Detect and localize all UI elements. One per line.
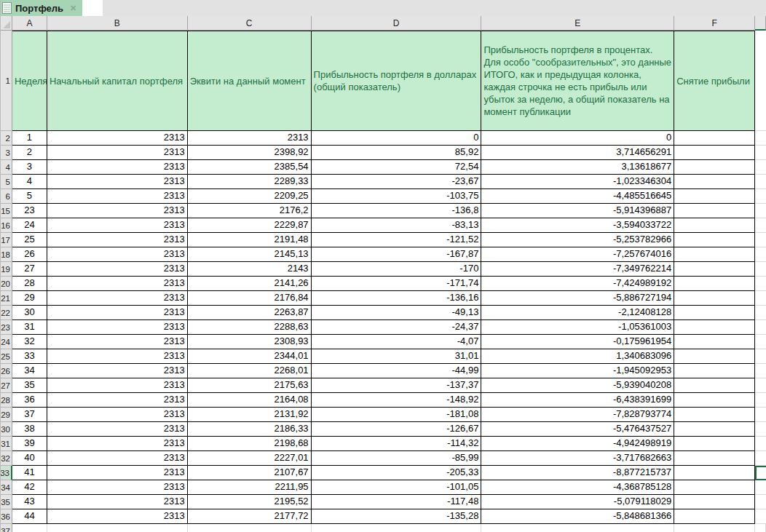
cell-d[interactable]: -101,05 (312, 480, 482, 495)
row-header-37[interactable]: 37 (1, 524, 12, 532)
cell-c[interactable]: 2209,25 (188, 189, 312, 204)
cell-b[interactable]: 2313 (47, 262, 188, 277)
cell-b[interactable]: 2313 (47, 495, 188, 509)
cell-c[interactable]: 2263,87 (188, 306, 312, 320)
cell-week[interactable]: 29 (12, 291, 47, 306)
cell-g[interactable] (755, 509, 766, 524)
cell-e[interactable]: -3,594033722 (481, 218, 674, 233)
cell-g[interactable] (755, 247, 766, 262)
cell-g[interactable] (755, 349, 766, 364)
cell-b[interactable]: 2313 (47, 422, 188, 437)
cell-d[interactable]: -136,8 (312, 204, 482, 218)
cell-c[interactable]: 2398,92 (188, 146, 312, 160)
cell-b[interactable]: 2313 (47, 247, 188, 262)
cell-c[interactable]: 2227,01 (188, 451, 312, 466)
column-header-C[interactable]: C (188, 16, 312, 31)
cell-g[interactable] (755, 291, 766, 306)
cell-week[interactable]: 36 (12, 393, 47, 408)
cell-e[interactable]: -7,424989192 (481, 277, 674, 291)
cell-g[interactable] (755, 422, 766, 437)
cell-g[interactable] (755, 364, 766, 378)
cell-e[interactable]: -7,257674016 (481, 247, 674, 262)
cell-week[interactable]: 24 (12, 218, 47, 233)
cell-f[interactable] (674, 509, 755, 524)
cell-c[interactable]: 2141,26 (188, 277, 312, 291)
cell-d[interactable]: -170 (312, 262, 482, 277)
cell-b[interactable]: 2313 (47, 146, 188, 160)
cell-c[interactable]: 2229,87 (188, 218, 312, 233)
cell-d[interactable]: -171,74 (312, 277, 482, 291)
cell-e[interactable]: -5,939040208 (481, 378, 674, 393)
cell-e[interactable]: -5,079118029 (481, 495, 674, 509)
cell-f[interactable] (674, 495, 755, 509)
header-profit-withdrawal[interactable]: Снятие прибыли (674, 31, 755, 131)
row-header-16[interactable]: 16 (1, 218, 12, 233)
cell-e[interactable]: -4,368785128 (481, 480, 674, 495)
cell-week[interactable]: 35 (12, 378, 47, 393)
row-header-23[interactable]: 23 (1, 320, 12, 335)
cell-b[interactable]: 2313 (47, 204, 188, 218)
cell-d[interactable]: -83,13 (312, 218, 482, 233)
cell-d[interactable]: -121,52 (312, 233, 482, 247)
sheet-tab-portfolio[interactable]: Портфель ✕ (1, 0, 82, 16)
cell-f[interactable] (674, 335, 755, 349)
cell-c[interactable]: 2107,67 (188, 466, 312, 480)
cell-d[interactable]: -103,75 (312, 189, 482, 204)
row-header-29[interactable]: 29 (1, 408, 12, 422)
cell-c[interactable]: 2308,93 (188, 335, 312, 349)
cell-week[interactable]: 32 (12, 335, 47, 349)
column-header-B[interactable]: B (47, 16, 188, 31)
cell-e[interactable]: -5,476437527 (481, 422, 674, 437)
cell-d[interactable]: -24,37 (312, 320, 482, 335)
cell-f[interactable] (674, 364, 755, 378)
cell-g[interactable] (755, 189, 766, 204)
select-all-corner[interactable] (1, 16, 12, 31)
cell-g[interactable] (755, 233, 766, 247)
cell-d[interactable]: -44,99 (312, 364, 482, 378)
cell-e[interactable]: 3,13618677 (481, 160, 674, 175)
cell-c[interactable]: 2143 (188, 262, 312, 277)
cell-g[interactable] (755, 393, 766, 408)
cell-b[interactable]: 2313 (47, 393, 188, 408)
cell-b[interactable]: 2313 (47, 175, 188, 189)
cell-week[interactable]: 30 (12, 306, 47, 320)
row-header-21[interactable]: 21 (1, 291, 12, 306)
cell-week[interactable]: 27 (12, 262, 47, 277)
row-header-32[interactable]: 32 (1, 451, 12, 466)
cell-f[interactable] (674, 277, 755, 291)
cell-d[interactable]: 85,92 (312, 146, 482, 160)
cell-c[interactable]: 2164,08 (188, 393, 312, 408)
cell-c[interactable]: 2268,01 (188, 364, 312, 378)
cell-f[interactable] (674, 306, 755, 320)
row-header-2[interactable]: 2 (1, 131, 12, 146)
cell-week[interactable]: 26 (12, 247, 47, 262)
header-equity[interactable]: Эквити на данный момент (188, 31, 312, 131)
cell-b[interactable]: 2313 (47, 509, 188, 524)
cell-c[interactable]: 2191,48 (188, 233, 312, 247)
row-header-4[interactable]: 4 (1, 160, 12, 175)
row-header-5[interactable]: 5 (1, 175, 12, 189)
cell-b[interactable]: 2313 (47, 437, 188, 451)
cell-f[interactable] (674, 247, 755, 262)
cell-f[interactable] (674, 349, 755, 364)
cell-g[interactable] (755, 218, 766, 233)
cell-c[interactable]: 2176,84 (188, 291, 312, 306)
row-header-6[interactable]: 6 (1, 189, 12, 204)
cell-week[interactable]: 44 (12, 509, 47, 524)
cell-e[interactable] (481, 524, 674, 532)
cell-d[interactable]: -137,37 (312, 378, 482, 393)
cell-f[interactable] (674, 408, 755, 422)
row-header-3[interactable]: 3 (1, 146, 12, 160)
cell-e[interactable]: -5,253782966 (481, 233, 674, 247)
cell-week[interactable]: 43 (12, 495, 47, 509)
cell-f[interactable] (674, 524, 755, 532)
cell-d[interactable]: -205,33 (312, 466, 482, 480)
cell-f[interactable] (674, 204, 755, 218)
row-header-19[interactable]: 19 (1, 262, 12, 277)
cell-c[interactable]: 2385,54 (188, 160, 312, 175)
cell-d[interactable]: -167,87 (312, 247, 482, 262)
row-header-22[interactable]: 22 (1, 306, 12, 320)
cell-b[interactable]: 2313 (47, 320, 188, 335)
cell-f[interactable] (674, 393, 755, 408)
header-profit-percent[interactable]: Прибыльность портфеля в процентах. Для о… (481, 31, 674, 131)
